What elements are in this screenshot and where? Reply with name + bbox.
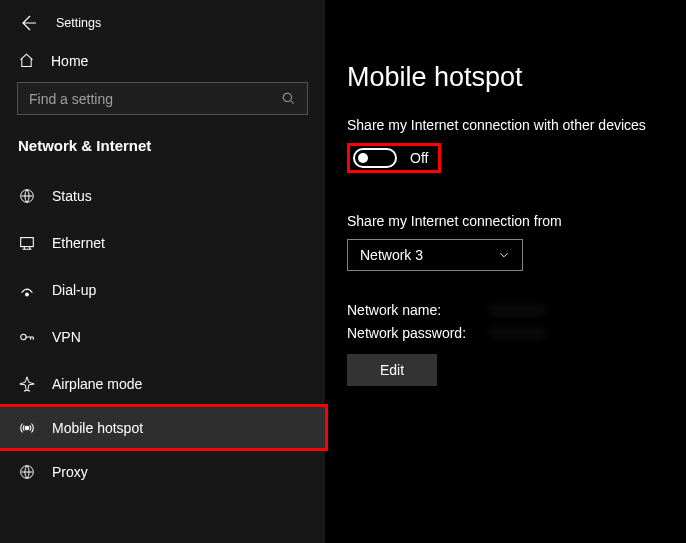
- search-box[interactable]: [17, 82, 308, 115]
- airplane-icon: [18, 375, 36, 393]
- page-title: Mobile hotspot: [347, 62, 664, 93]
- share-toggle[interactable]: [353, 148, 397, 168]
- highlight-toggle: Off: [347, 143, 441, 173]
- ethernet-icon: [18, 234, 36, 252]
- sidebar-item-label: VPN: [52, 329, 81, 345]
- sidebar-item-label: Airplane mode: [52, 376, 142, 392]
- sidebar-item-ethernet[interactable]: Ethernet: [0, 219, 325, 266]
- sidebar-item-dialup[interactable]: Dial-up: [0, 266, 325, 313]
- toggle-state-label: Off: [410, 150, 428, 166]
- dropdown-selected: Network 3: [360, 247, 423, 263]
- vpn-icon: [18, 328, 36, 346]
- chevron-down-icon: [498, 249, 510, 261]
- network-password-label: Network password:: [347, 322, 489, 345]
- network-name-value: XXXXXX: [489, 299, 545, 322]
- window-title: Settings: [56, 16, 101, 30]
- sidebar-item-label: Ethernet: [52, 235, 105, 251]
- network-name-label: Network name:: [347, 299, 489, 322]
- sidebar-item-label: Proxy: [52, 464, 88, 480]
- dialup-icon: [18, 281, 36, 299]
- share-connection-label: Share my Internet connection with other …: [347, 117, 664, 133]
- home-label: Home: [51, 53, 88, 69]
- search-icon: [281, 91, 296, 106]
- svg-point-4: [21, 334, 26, 339]
- settings-sidebar: Settings Home Network & Internet Status …: [0, 0, 325, 543]
- svg-rect-2: [21, 237, 34, 246]
- status-icon: [18, 187, 36, 205]
- sidebar-nav: Status Ethernet Dial-up VPN Airplane mod…: [0, 172, 325, 495]
- network-password-value: XXXXXX: [489, 322, 545, 345]
- home-icon: [18, 52, 35, 69]
- sidebar-item-label: Mobile hotspot: [52, 420, 143, 436]
- share-from-dropdown[interactable]: Network 3: [347, 239, 523, 271]
- back-icon[interactable]: [18, 13, 38, 33]
- sidebar-item-label: Status: [52, 188, 92, 204]
- sidebar-section-title: Network & Internet: [0, 115, 325, 172]
- sidebar-item-vpn[interactable]: VPN: [0, 313, 325, 360]
- toggle-knob: [358, 153, 368, 163]
- svg-point-0: [283, 93, 291, 101]
- main-panel: Mobile hotspot Share my Internet connect…: [325, 0, 686, 543]
- svg-point-3: [26, 293, 29, 296]
- sidebar-item-proxy[interactable]: Proxy: [0, 448, 325, 495]
- search-input[interactable]: [29, 91, 281, 107]
- sidebar-item-mobile-hotspot[interactable]: Mobile hotspot: [0, 404, 328, 451]
- sidebar-item-home[interactable]: Home: [0, 38, 325, 82]
- hotspot-icon: [18, 419, 36, 437]
- sidebar-item-label: Dial-up: [52, 282, 96, 298]
- proxy-icon: [18, 463, 36, 481]
- share-from-label: Share my Internet connection from: [347, 213, 664, 229]
- network-password-row: Network password: XXXXXX: [347, 322, 664, 345]
- edit-button[interactable]: Edit: [347, 354, 437, 386]
- network-name-row: Network name: XXXXXX: [347, 299, 664, 322]
- svg-point-5: [25, 426, 29, 430]
- header: Settings: [0, 13, 325, 38]
- sidebar-item-airplane[interactable]: Airplane mode: [0, 360, 325, 407]
- sidebar-item-status[interactable]: Status: [0, 172, 325, 219]
